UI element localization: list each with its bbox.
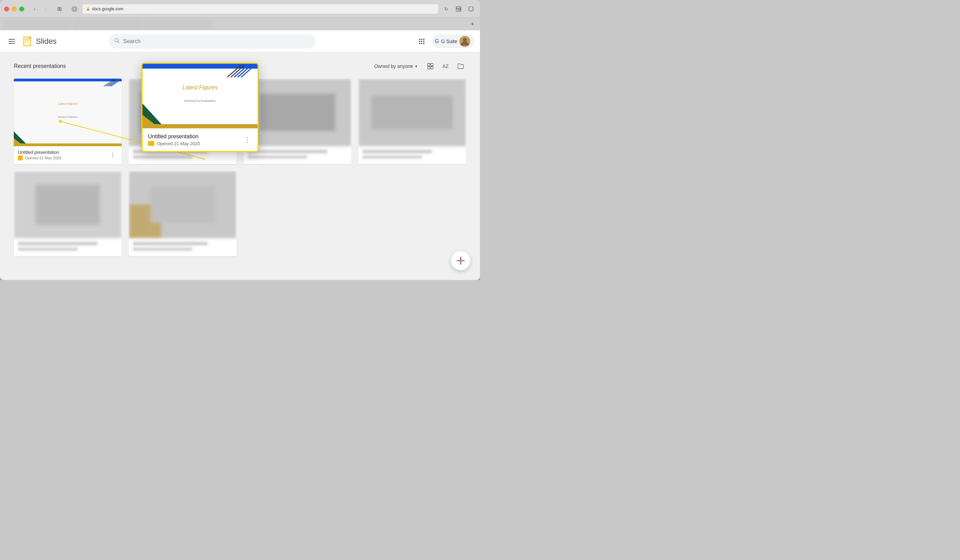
search-input[interactable] [123,38,310,45]
slide-gold-bar [14,144,122,146]
tab-item-3[interactable] [144,20,213,29]
traffic-lights [4,6,24,11]
presentation-info-3 [243,146,351,164]
maximize-button[interactable] [19,6,24,11]
g-logo: G [435,38,439,45]
presentation-date-1: Opened 21 May 2020 [25,156,61,160]
presentation-card-4[interactable] [358,78,466,164]
presentation-thumbnail-1: Latest Figures Running Fox Productions [14,78,122,146]
slide-left-accent [14,128,26,144]
tooltip-meta: Opened 21 May 2020 [148,141,200,146]
svg-line-35 [238,65,251,77]
url-text: docs.google.com [92,6,123,11]
large-slide-preview: Latest Figures Running Fox Productions [142,64,258,128]
presentation-info-5 [14,238,122,256]
app-header: Slides G G Suite [0,30,480,53]
presentation-meta-1: Opened 21 May 2020 [18,155,61,160]
forward-button[interactable]: › [41,5,50,13]
owned-by-filter[interactable]: Owned by anyone ▼ [371,61,421,71]
svg-rect-15 [25,40,28,41]
browser-window: ‹ › ⊞ 🔒 docs.google.com ↻ [0,0,480,280]
nav-buttons: ‹ › [30,5,50,13]
ls-left-accent [142,98,162,124]
tab-item-2[interactable] [73,20,142,29]
svg-line-36 [234,65,248,77]
close-button[interactable] [4,6,9,11]
gsuite-badge[interactable]: G G Suite [432,35,475,48]
more-options-button-1[interactable]: ⋮ [108,150,118,160]
presentation-info-1: Untitled presentation Opened 21 May 2020… [14,146,122,164]
chevron-down-icon: ▼ [414,64,418,68]
tooltip-presentation-name: Untitled presentation [148,133,200,140]
presentation-icon-1 [18,155,23,160]
sort-button[interactable]: AZ [440,61,451,72]
presentation-thumbnail-3 [243,78,351,146]
search-icon [114,38,120,45]
globe-icon [70,4,79,14]
presentation-card-6[interactable] [129,171,237,256]
grid-view-button[interactable] [425,61,436,72]
svg-rect-7 [470,7,472,8]
svg-line-18 [118,42,119,43]
apps-grid-icon [419,38,424,44]
svg-rect-21 [427,64,430,66]
refresh-button[interactable]: ↻ [442,4,451,14]
section-controls: Owned by anyone ▼ AZ [371,61,466,72]
presentation-card-5[interactable] [14,171,122,256]
slide-preview-small: Latest Figures Running Fox Productions [14,78,122,146]
minimize-button[interactable] [12,6,16,11]
svg-rect-23 [427,67,430,69]
presentation-thumbnail-5 [14,171,122,238]
slide-lines-tr [104,79,121,88]
lock-icon: 🔒 [86,7,90,11]
tooltip-meta-icon [148,141,154,146]
main-content: Recent presentations Owned by anyone ▼ A… [0,53,480,280]
fullscreen-button[interactable] [466,4,476,14]
ls-title: Latest Figures [142,85,258,91]
tooltip-card[interactable]: Latest Figures Running Fox Productions U… [141,63,259,152]
ls-bottom-bar [142,124,258,128]
tooltip-more-button[interactable]: ⋮ [242,135,252,144]
search-bar[interactable] [109,34,315,49]
svg-rect-16 [25,42,29,42]
svg-rect-14 [25,38,30,39]
folder-view-button[interactable] [455,61,466,72]
sort-icon: AZ [442,64,449,69]
user-avatar[interactable] [459,36,470,47]
titlebar: ‹ › ⊞ 🔒 docs.google.com ↻ [0,0,480,18]
url-bar[interactable]: 🔒 docs.google.com [82,4,438,14]
tooltip-opened-date: Opened 21 May 2020 [157,141,200,146]
sidebar-toggle-button[interactable]: ⊞ [54,5,64,13]
svg-line-34 [241,65,255,77]
svg-rect-24 [431,67,433,69]
tab-item-1[interactable] [3,20,72,29]
presentation-card-3[interactable] [243,78,351,164]
presentation-info-left-1: Untitled presentation Opened 21 May 2020 [18,150,61,160]
titlebar-center: 🔒 docs.google.com ↻ [70,4,451,14]
slides-logo[interactable]: Slides [22,36,56,47]
slide-subtitle-small: Running Fox Productions [14,116,122,118]
hamburger-menu-button[interactable] [5,35,18,48]
section-title: Recent presentations [14,63,66,69]
owned-by-label: Owned by anyone [374,64,413,69]
google-apps-button[interactable] [416,35,428,48]
presentation-thumbnail-6 [129,171,237,238]
header-right: G G Suite [416,35,475,48]
new-presentation-fab[interactable] [451,251,470,270]
slide-title-small: Latest Figures [14,102,122,106]
svg-rect-22 [431,64,433,66]
add-tab-button[interactable]: + [468,19,477,29]
tooltip-info-left: Untitled presentation Opened 21 May 2020 [148,133,200,146]
titlebar-right [454,4,476,14]
presentation-card-1[interactable]: Latest Figures Running Fox Productions U… [14,78,122,164]
share-button[interactable] [454,4,464,14]
back-button[interactable]: ‹ [30,5,39,13]
app-name: Slides [36,37,56,46]
fab-plus-icon [456,256,466,266]
presentation-info-4 [358,146,466,164]
presentation-info-6 [129,238,237,256]
gsuite-text: G Suite [441,38,457,44]
ls-lines-tr [227,65,255,79]
presentation-thumbnail-4 [358,78,466,146]
tooltip-thumbnail: Latest Figures Running Fox Productions [142,64,258,129]
